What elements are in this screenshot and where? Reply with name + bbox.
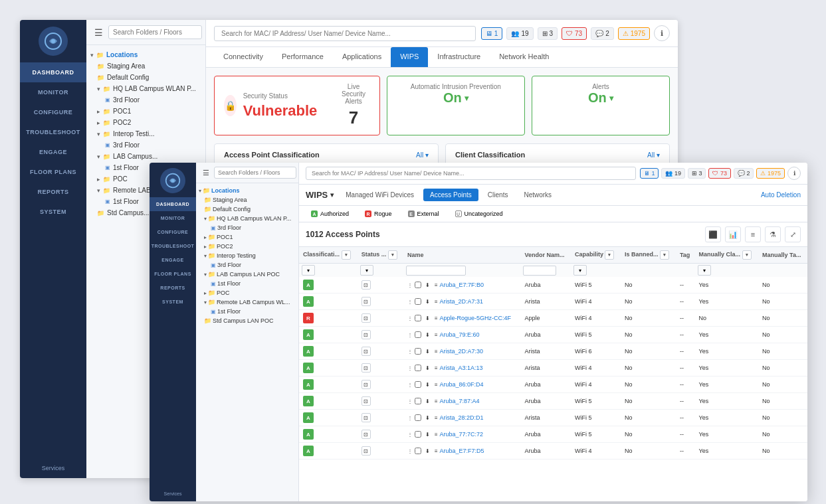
fg-action-columns[interactable]: ≡ (745, 226, 761, 242)
td-name-link-7[interactable]: Aruba_7:87:A4 (440, 398, 480, 404)
row-menu-3[interactable]: ⋮ (407, 332, 413, 338)
fg-hamburger-icon[interactable]: ☰ (200, 167, 212, 179)
fg-tab-access-points[interactable]: Access Points (423, 189, 478, 201)
td-name-link-6[interactable]: Aruba_86:0F:D4 (440, 381, 484, 388)
fg-tree-default[interactable]: 📁 Default Config (196, 205, 298, 214)
fg-tree-lab-1st[interactable]: ▣ 1st Floor (196, 279, 298, 288)
bg-tab-applications[interactable]: Applications (333, 47, 391, 67)
bg-main-search[interactable] (214, 26, 476, 41)
bg-tree-3rd-floor[interactable]: ▣ 3rd Floor (86, 94, 205, 106)
bg-badge-grid[interactable]: ⊞ 3 (538, 27, 558, 40)
row-checkbox-9[interactable] (415, 431, 421, 438)
bg-hamburger-icon[interactable]: ☰ (92, 26, 106, 39)
bg-tree-interop-3rd[interactable]: ▣ 3rd Floor (86, 139, 205, 151)
fg-logo[interactable] (160, 168, 185, 193)
fg-name-filter-input[interactable] (406, 266, 466, 276)
row-checkbox-7[interactable] (415, 398, 421, 404)
fg-tree-search-input[interactable] (214, 167, 296, 179)
fg-sidebar-floor-plans[interactable]: FLOOR PLANS (150, 267, 196, 281)
row-menu-0[interactable]: ⋮ (407, 282, 413, 288)
fg-sidebar-system[interactable]: SYSTEM (150, 295, 196, 309)
bg-tab-infrastructure[interactable]: Infrastructure (428, 47, 490, 67)
td-name-link-3[interactable]: Aruba_79:E:60 (440, 331, 480, 338)
row-checkbox-0[interactable] (415, 282, 421, 288)
fg-col-cap-filter[interactable]: ▾ (605, 250, 614, 260)
fg-tab-clients[interactable]: Clients (481, 189, 515, 201)
fg-chip-external[interactable]: E External (403, 209, 445, 218)
status-icon-2[interactable]: ⊡ (361, 313, 371, 323)
bg-tree-hq-lab[interactable]: ▾ 📁 HQ LAB Campus WLAN P... (86, 83, 205, 94)
fg-action-export[interactable]: ⬛ (705, 226, 721, 242)
row-menu-5[interactable]: ⋮ (407, 365, 413, 371)
fg-action-expand[interactable]: ⤢ (785, 226, 801, 242)
status-icon-0[interactable]: ⊡ (361, 280, 371, 290)
fg-badge-users[interactable]: 👥 19 (661, 168, 685, 179)
td-name-link-2[interactable]: Apple-Rogue-5GHz-CC:4F (440, 315, 512, 321)
bg-tree-interop[interactable]: ▾ 📁 Interop Testi... (86, 128, 205, 139)
fg-tree-remote[interactable]: ▾ 📁 Remote LAB Campus WL... (196, 297, 298, 307)
status-icon-9[interactable]: ⊡ (361, 430, 371, 439)
row-checkbox-10[interactable] (415, 448, 421, 454)
row-checkbox-1[interactable] (415, 298, 421, 305)
fg-vendor-filter-input[interactable] (523, 266, 556, 276)
fg-badge-monitor[interactable]: 🖥 1 (640, 168, 659, 179)
td-name-link-10[interactable]: Aruba_E7:F7:D5 (440, 448, 484, 454)
fg-info-button[interactable]: ℹ (787, 167, 801, 180)
row-menu-7[interactable]: ⋮ (407, 398, 413, 404)
fg-tree-std[interactable]: 📁 Std Campus LAN POC (196, 316, 298, 325)
bg-sidebar-engage[interactable]: ENGAGE (20, 142, 86, 162)
status-icon-8[interactable]: ⊡ (361, 413, 371, 422)
bg-tab-wips[interactable]: WIPS (391, 47, 428, 67)
row-checkbox-5[interactable] (415, 365, 421, 371)
bg-tab-performance[interactable]: Performance (272, 47, 333, 67)
bg-badge-monitor[interactable]: 🖥 1 (481, 27, 503, 40)
fg-tab-managed-wifi[interactable]: Managed WiFi Devices (339, 189, 421, 201)
row-menu-6[interactable]: ⋮ (407, 382, 413, 388)
fg-status-filter-dropdown[interactable]: ▾ (360, 265, 373, 276)
fg-tab-networks[interactable]: Networks (517, 189, 558, 201)
bg-sidebar-configure[interactable]: CONFIGURE (20, 102, 86, 122)
row-checkbox-3[interactable] (415, 331, 421, 338)
fg-badge-shield[interactable]: 🛡 73 (708, 168, 731, 179)
bg-badge-comment[interactable]: 💬 2 (591, 27, 614, 40)
bg-logo[interactable] (39, 27, 68, 56)
fg-action-chart[interactable]: 📊 (725, 226, 741, 242)
fg-col-banned-filter[interactable]: ▾ (660, 250, 669, 260)
bg-sidebar-troubleshoot[interactable]: TROUBLESHOOT (20, 122, 86, 142)
row-checkbox-8[interactable] (415, 414, 421, 421)
row-menu-10[interactable]: ⋮ (407, 448, 413, 454)
bg-badge-warning[interactable]: ⚠ 1975 (618, 27, 650, 40)
td-name-link-4[interactable]: Arista_2D:A7:30 (440, 348, 484, 355)
bg-tree-staging[interactable]: 📁 Staging Area (86, 60, 205, 72)
row-menu-1[interactable]: ⋮ (407, 299, 413, 305)
fg-tree-interop-3rd[interactable]: ▣ 3rd Floor (196, 260, 298, 270)
status-icon-7[interactable]: ⊡ (361, 396, 371, 406)
fg-col-mc-filter[interactable]: ▾ (742, 250, 752, 260)
td-name-link-0[interactable]: Aruba_E7:7F:B0 (440, 282, 484, 288)
status-icon-5[interactable]: ⊡ (361, 363, 371, 373)
fg-badge-comment[interactable]: 💬 2 (734, 168, 754, 179)
fg-wips-title[interactable]: WIPS ▾ (306, 190, 334, 200)
bg-badge-users[interactable]: 👥 19 (506, 27, 533, 40)
fg-tree-poc2[interactable]: ▸ 📁 POC2 (196, 242, 298, 251)
fg-col-status-filter[interactable]: ▾ (388, 250, 397, 260)
bg-tab-connectivity[interactable]: Connectivity (214, 47, 272, 67)
fg-mc-filter-dropdown[interactable]: ▾ (698, 265, 711, 276)
bg-sidebar-floor-plans[interactable]: FLOOR PLANS (20, 162, 86, 182)
row-checkbox-2[interactable] (415, 315, 421, 321)
fg-action-filter[interactable]: ⚗ (765, 226, 781, 242)
fg-tree-poc[interactable]: ▸ 📁 POC (196, 288, 298, 297)
td-name-link-5[interactable]: Arista_A3:1A:13 (440, 365, 483, 371)
fg-sidebar-configure[interactable]: CONFIGURE (150, 225, 196, 239)
fg-chip-authorized[interactable]: A Authorized (306, 209, 354, 218)
fg-tree-staging[interactable]: 📁 Staging Area (196, 195, 298, 205)
status-icon-3[interactable]: ⊡ (361, 330, 371, 339)
bg-sidebar-reports[interactable]: REPORTS (20, 182, 86, 202)
fg-tree-remote-1st[interactable]: ▣ 1st Floor (196, 307, 298, 316)
bg-sidebar-monitor[interactable]: MONITOR (20, 82, 86, 102)
bg-tree-default-config[interactable]: 📁 Default Config (86, 72, 205, 83)
fg-main-search[interactable] (306, 167, 636, 180)
bg-ap-all-link[interactable]: All ▾ (416, 151, 429, 159)
status-icon-1[interactable]: ⊡ (361, 297, 371, 306)
bg-client-all-link[interactable]: All ▾ (647, 151, 660, 159)
